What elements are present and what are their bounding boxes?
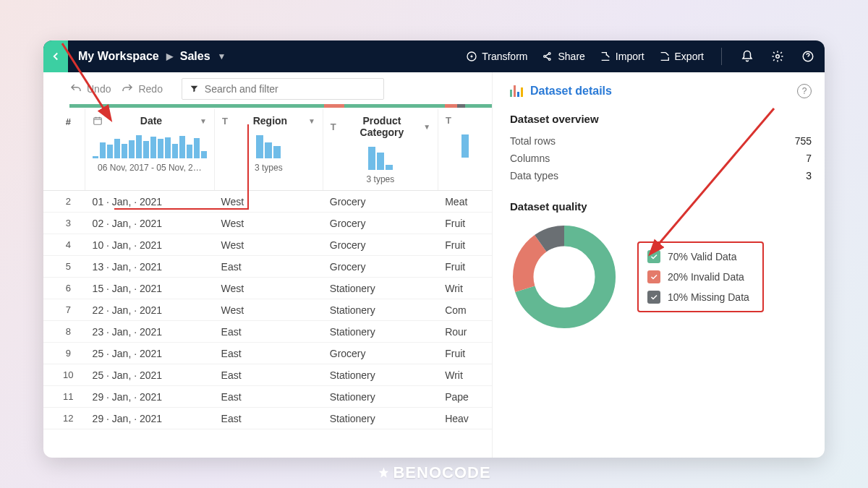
notifications-button[interactable]	[739, 48, 755, 64]
cell-date: 22 · Jan, · 2021	[85, 304, 213, 316]
cell-category: Stationery	[322, 326, 437, 338]
help-button[interactable]	[800, 48, 816, 64]
check-icon	[647, 250, 660, 263]
breadcrumb-workspace[interactable]: My Workspace	[78, 50, 159, 63]
overview-heading: Dataset overview	[510, 113, 812, 125]
import-icon	[600, 51, 611, 62]
next-histogram	[446, 133, 485, 158]
share-button[interactable]: Share	[542, 51, 584, 62]
quality-legend: 70% Valid Data 20% Invalid Data 10% Miss…	[637, 241, 764, 312]
column-category[interactable]: T Product Category ▼ 3 types	[323, 109, 438, 190]
cell-category: Grocery	[322, 239, 437, 251]
cell-next: Fruit	[437, 218, 492, 229]
settings-button[interactable]	[770, 48, 786, 64]
calendar-icon	[93, 116, 103, 126]
table-row[interactable]: 1129 · Jan, · 2021EastStationeryPape	[43, 386, 492, 408]
date-histogram	[93, 134, 207, 158]
search-input[interactable]	[205, 83, 376, 95]
column-region[interactable]: T Region ▼ 3 types	[214, 109, 323, 190]
chevron-down-icon[interactable]: ▼	[218, 51, 226, 61]
cell-next: Writ	[437, 283, 492, 294]
cell-next: Rour	[437, 326, 492, 338]
cell-region: East	[213, 261, 322, 273]
text-type-icon: T	[446, 115, 456, 126]
app-frame: My Workspace ▶ Sales ▼ Transform Share I…	[43, 40, 825, 458]
cell-category: Stationery	[322, 283, 437, 294]
column-date-range: 06 Nov, 2017 - 05 Nov, 2…	[85, 163, 214, 179]
table-row[interactable]: 513 · Jan, · 2021EastGroceryFruit	[43, 256, 492, 278]
quality-donut-chart	[510, 223, 618, 331]
column-category-label: Product Category	[345, 115, 419, 138]
data-grid-pane: Undo Redo #	[43, 72, 492, 458]
cell-region: East	[213, 391, 322, 403]
chevron-right-icon: ▶	[166, 51, 173, 61]
table-row[interactable]: 823 · Jan, · 2021EastStationeryRour	[43, 321, 492, 343]
cell-next: Heav	[437, 413, 492, 424]
cell-region: East	[213, 369, 322, 381]
breadcrumb-dataset[interactable]: Sales	[180, 50, 210, 63]
overview-datatypes: Data types 3	[510, 167, 812, 184]
cell-category: Grocery	[322, 261, 437, 273]
row-number: 12	[52, 406, 85, 429]
check-icon	[647, 270, 660, 283]
dataset-details-panel: Dataset details ? Dataset overview Total…	[492, 72, 825, 458]
undo-button[interactable]: Undo	[69, 82, 111, 95]
table-row[interactable]: 302 · Jan, · 2021WestGroceryFruit	[43, 213, 492, 234]
svg-point-1	[544, 56, 546, 58]
column-date-label: Date	[107, 115, 195, 127]
grid-header: # Date ▼	[43, 109, 492, 191]
cell-next: Fruit	[437, 261, 492, 273]
svg-point-2	[549, 53, 551, 55]
category-histogram	[331, 145, 430, 170]
column-next[interactable]: T	[438, 109, 492, 190]
import-button[interactable]: Import	[600, 51, 644, 62]
svg-point-3	[549, 59, 551, 61]
legend-missing: 10% Missing Data	[647, 291, 749, 304]
cell-region: West	[213, 218, 322, 229]
column-date[interactable]: Date ▼	[85, 109, 214, 190]
cell-region: West	[213, 283, 322, 294]
back-button[interactable]	[43, 40, 68, 72]
transform-button[interactable]: Transform	[466, 51, 527, 62]
column-region-summary: 3 types	[215, 163, 323, 179]
cell-next: Meat	[437, 196, 492, 207]
table-row[interactable]: 925 · Jan, · 2021EastGroceryFruit	[43, 343, 492, 364]
table-row[interactable]: 722 · Jan, · 2021WestStationeryCom	[43, 299, 492, 321]
question-icon	[801, 50, 814, 63]
check-icon	[647, 291, 660, 304]
bars-icon	[510, 85, 523, 97]
cell-region: East	[213, 413, 322, 424]
bolt-icon	[466, 51, 477, 62]
table-row[interactable]: 410 · Jan, · 2021WestGroceryFruit	[43, 234, 492, 256]
cell-date: 10 · Jan, · 2021	[85, 239, 213, 251]
table-row[interactable]: 1025 · Jan, · 2021EastStationeryWrit	[43, 364, 492, 386]
chevron-down-icon[interactable]: ▼	[200, 117, 207, 125]
chevron-down-icon[interactable]: ▼	[308, 117, 315, 125]
search-box[interactable]	[182, 78, 384, 100]
export-button[interactable]: Export	[659, 51, 704, 62]
column-rownum-header: #	[52, 109, 85, 190]
quality-heading: Dataset quality	[510, 200, 812, 213]
grid-body[interactable]: 201 · Jan, · 2021WestGroceryMeat302 · Ja…	[43, 191, 492, 429]
cell-category: Stationery	[322, 413, 437, 424]
panel-help-button[interactable]: ?	[797, 84, 812, 98]
text-type-icon: T	[222, 116, 232, 127]
cell-next: Fruit	[437, 348, 492, 359]
watermark: BENOCODE	[377, 463, 490, 482]
cell-region: West	[213, 196, 322, 207]
breadcrumb: My Workspace ▶ Sales ▼	[78, 50, 226, 63]
table-row[interactable]: 201 · Jan, · 2021WestGroceryMeat	[43, 191, 492, 213]
legend-invalid: 20% Invalid Data	[647, 270, 749, 283]
cell-date: 15 · Jan, · 2021	[85, 283, 213, 294]
gear-icon	[771, 50, 784, 63]
table-row[interactable]: 1229 · Jan, · 2021EastStationeryHeav	[43, 408, 492, 429]
cell-date: 23 · Jan, · 2021	[85, 326, 213, 338]
column-region-label: Region	[237, 115, 304, 127]
cell-next: Fruit	[437, 239, 492, 251]
chevron-down-icon[interactable]: ▼	[423, 123, 430, 131]
redo-button[interactable]: Redo	[121, 82, 162, 95]
table-row[interactable]: 615 · Jan, · 2021WestStationeryWrit	[43, 278, 492, 299]
export-icon	[659, 51, 671, 62]
svg-point-4	[776, 55, 780, 59]
bell-icon	[741, 50, 754, 63]
